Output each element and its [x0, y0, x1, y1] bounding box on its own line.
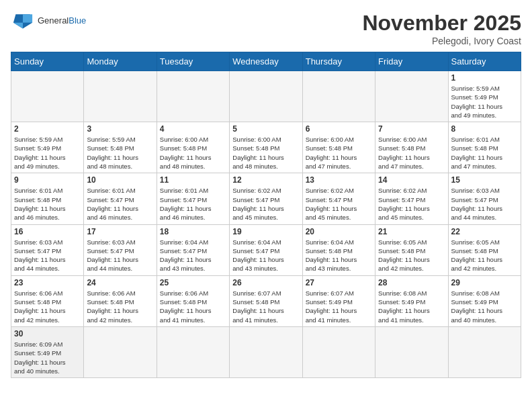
day-number: 16 [14, 227, 81, 236]
day-info: Sunrise: 6:03 AM Sunset: 5:47 PM Dayligh… [451, 186, 518, 222]
calendar-cell: 29Sunrise: 6:08 AM Sunset: 5:49 PM Dayli… [448, 275, 521, 326]
day-number: 7 [378, 124, 445, 134]
calendar-week-row: 2Sunrise: 5:59 AM Sunset: 5:49 PM Daylig… [11, 122, 521, 173]
calendar-day-header: Sunday [11, 52, 84, 71]
calendar-cell: 5Sunrise: 6:00 AM Sunset: 5:48 PM Daylig… [230, 122, 302, 173]
calendar-cell [448, 326, 521, 377]
day-info: Sunrise: 6:06 AM Sunset: 5:48 PM Dayligh… [14, 289, 81, 324]
calendar-cell [157, 71, 229, 122]
day-number: 3 [87, 124, 153, 134]
logo: GeneralBlue [11, 11, 86, 31]
calendar-day-header: Friday [375, 52, 448, 71]
calendar-cell: 4Sunrise: 6:00 AM Sunset: 5:48 PM Daylig… [157, 122, 229, 173]
calendar-cell [302, 71, 375, 122]
day-number: 15 [451, 175, 518, 185]
day-number: 6 [306, 124, 372, 134]
month-title: November 2025 [362, 11, 521, 36]
page-header: GeneralBlue November 2025 Pelegodi, Ivor… [11, 11, 521, 46]
day-info: Sunrise: 6:04 AM Sunset: 5:47 PM Dayligh… [160, 238, 226, 273]
calendar-cell: 11Sunrise: 6:01 AM Sunset: 5:47 PM Dayli… [157, 173, 229, 224]
day-info: Sunrise: 6:08 AM Sunset: 5:49 PM Dayligh… [451, 289, 518, 324]
logo-text: GeneralBlue [38, 16, 86, 26]
day-info: Sunrise: 6:03 AM Sunset: 5:47 PM Dayligh… [14, 238, 81, 273]
day-number: 18 [160, 227, 226, 236]
day-number: 19 [232, 227, 299, 236]
day-info: Sunrise: 6:05 AM Sunset: 5:48 PM Dayligh… [451, 238, 518, 273]
calendar-cell [375, 326, 448, 377]
day-info: Sunrise: 6:00 AM Sunset: 5:48 PM Dayligh… [378, 135, 445, 171]
day-info: Sunrise: 6:08 AM Sunset: 5:49 PM Dayligh… [378, 289, 445, 324]
day-info: Sunrise: 6:00 AM Sunset: 5:48 PM Dayligh… [306, 135, 372, 171]
calendar-cell: 15Sunrise: 6:03 AM Sunset: 5:47 PM Dayli… [448, 173, 521, 224]
calendar-cell: 7Sunrise: 6:00 AM Sunset: 5:48 PM Daylig… [375, 122, 448, 173]
day-info: Sunrise: 6:03 AM Sunset: 5:47 PM Dayligh… [87, 238, 153, 273]
calendar-cell [230, 71, 302, 122]
logo-blue: Blue [69, 15, 86, 26]
day-info: Sunrise: 6:06 AM Sunset: 5:48 PM Dayligh… [87, 289, 153, 324]
calendar-day-header: Wednesday [230, 52, 302, 71]
calendar-cell: 18Sunrise: 6:04 AM Sunset: 5:47 PM Dayli… [157, 224, 229, 275]
location: Pelegodi, Ivory Coast [362, 36, 521, 46]
day-info: Sunrise: 6:07 AM Sunset: 5:49 PM Dayligh… [306, 289, 372, 324]
calendar-cell: 3Sunrise: 5:59 AM Sunset: 5:48 PM Daylig… [84, 122, 157, 173]
calendar-header-row: SundayMondayTuesdayWednesdayThursdayFrid… [11, 52, 521, 71]
calendar-day-header: Thursday [302, 52, 375, 71]
calendar-week-row: 1Sunrise: 5:59 AM Sunset: 5:49 PM Daylig… [11, 71, 521, 122]
day-info: Sunrise: 5:59 AM Sunset: 5:49 PM Dayligh… [14, 135, 81, 171]
calendar-day-header: Tuesday [157, 52, 229, 71]
logo-icon [11, 11, 35, 31]
calendar-cell: 12Sunrise: 6:02 AM Sunset: 5:47 PM Dayli… [230, 173, 302, 224]
day-number: 29 [451, 278, 518, 287]
calendar-cell: 10Sunrise: 6:01 AM Sunset: 5:47 PM Dayli… [84, 173, 157, 224]
day-info: Sunrise: 6:04 AM Sunset: 5:48 PM Dayligh… [306, 238, 372, 273]
day-number: 8 [451, 124, 518, 134]
calendar-cell: 9Sunrise: 6:01 AM Sunset: 5:48 PM Daylig… [11, 173, 84, 224]
day-info: Sunrise: 6:01 AM Sunset: 5:47 PM Dayligh… [87, 186, 153, 222]
day-info: Sunrise: 6:00 AM Sunset: 5:48 PM Dayligh… [160, 135, 226, 171]
day-info: Sunrise: 6:01 AM Sunset: 5:48 PM Dayligh… [14, 186, 81, 222]
calendar-day-header: Monday [84, 52, 157, 71]
day-number: 24 [87, 278, 153, 287]
day-number: 17 [87, 227, 153, 236]
day-number: 10 [87, 175, 153, 185]
calendar-cell: 22Sunrise: 6:05 AM Sunset: 5:48 PM Dayli… [448, 224, 521, 275]
calendar-cell: 24Sunrise: 6:06 AM Sunset: 5:48 PM Dayli… [84, 275, 157, 326]
day-info: Sunrise: 6:02 AM Sunset: 5:47 PM Dayligh… [306, 186, 372, 222]
day-number: 20 [306, 227, 372, 236]
day-info: Sunrise: 6:01 AM Sunset: 5:47 PM Dayligh… [160, 186, 226, 222]
day-number: 26 [232, 278, 299, 287]
calendar-cell [84, 326, 157, 377]
calendar-cell [11, 71, 84, 122]
calendar-cell [84, 71, 157, 122]
calendar-cell: 21Sunrise: 6:05 AM Sunset: 5:48 PM Dayli… [375, 224, 448, 275]
calendar-week-row: 9Sunrise: 6:01 AM Sunset: 5:48 PM Daylig… [11, 173, 521, 224]
calendar-cell [157, 326, 229, 377]
day-info: Sunrise: 6:06 AM Sunset: 5:48 PM Dayligh… [160, 289, 226, 324]
calendar-week-row: 30Sunrise: 6:09 AM Sunset: 5:49 PM Dayli… [11, 326, 521, 377]
day-info: Sunrise: 6:02 AM Sunset: 5:47 PM Dayligh… [232, 186, 299, 222]
calendar-cell: 27Sunrise: 6:07 AM Sunset: 5:49 PM Dayli… [302, 275, 375, 326]
day-number: 12 [232, 175, 299, 185]
day-number: 30 [14, 329, 81, 338]
calendar-cell: 23Sunrise: 6:06 AM Sunset: 5:48 PM Dayli… [11, 275, 84, 326]
day-number: 2 [14, 124, 81, 134]
calendar-cell [230, 326, 302, 377]
calendar-cell: 28Sunrise: 6:08 AM Sunset: 5:49 PM Dayli… [375, 275, 448, 326]
day-number: 23 [14, 278, 81, 287]
svg-marker-2 [13, 23, 23, 29]
day-number: 5 [232, 124, 299, 134]
day-number: 28 [378, 278, 445, 287]
calendar-cell: 8Sunrise: 6:01 AM Sunset: 5:48 PM Daylig… [448, 122, 521, 173]
day-info: Sunrise: 6:09 AM Sunset: 5:49 PM Dayligh… [14, 340, 81, 375]
logo-general: General [38, 15, 69, 26]
calendar-cell: 13Sunrise: 6:02 AM Sunset: 5:47 PM Dayli… [302, 173, 375, 224]
calendar-cell: 30Sunrise: 6:09 AM Sunset: 5:49 PM Dayli… [11, 326, 84, 377]
calendar-day-header: Saturday [448, 52, 521, 71]
day-number: 27 [306, 278, 372, 287]
calendar-cell: 14Sunrise: 6:02 AM Sunset: 5:47 PM Dayli… [375, 173, 448, 224]
calendar-cell: 6Sunrise: 6:00 AM Sunset: 5:48 PM Daylig… [302, 122, 375, 173]
calendar-week-row: 16Sunrise: 6:03 AM Sunset: 5:47 PM Dayli… [11, 224, 521, 275]
day-info: Sunrise: 6:00 AM Sunset: 5:48 PM Dayligh… [232, 135, 299, 171]
day-info: Sunrise: 6:04 AM Sunset: 5:47 PM Dayligh… [232, 238, 299, 273]
day-number: 4 [160, 124, 226, 134]
